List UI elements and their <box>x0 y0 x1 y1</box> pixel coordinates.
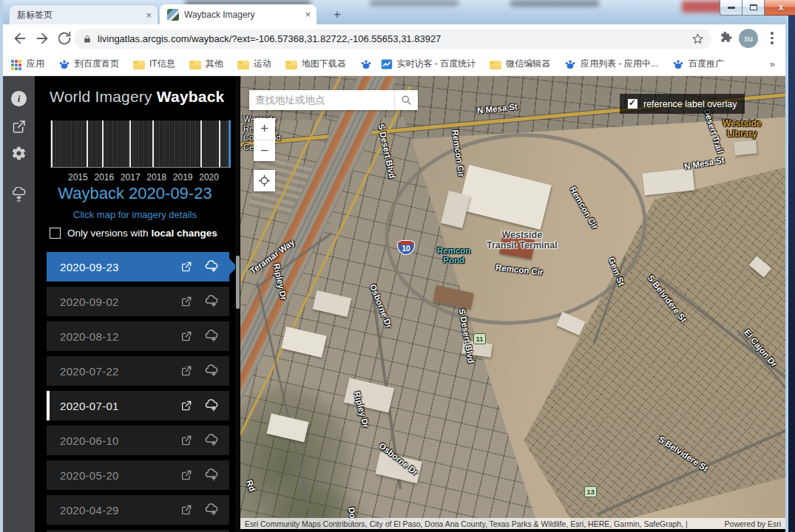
bookmark-other[interactable]: 其他 <box>189 58 223 70</box>
share-version-icon[interactable] <box>180 330 192 342</box>
version-item[interactable]: 2020-07-22 <box>47 356 229 386</box>
app-title: World Imagery Wayback <box>50 88 224 106</box>
add-to-cart-cloud-icon[interactable] <box>204 503 219 516</box>
wayback-panel: World Imagery Wayback 20152016 20172018 … <box>35 76 235 532</box>
bookmark-map-downloader[interactable]: 地图下载器 <box>285 58 346 70</box>
imagery-details-link[interactable]: Click map for imagery details <box>35 209 235 220</box>
gear-icon[interactable] <box>11 146 27 161</box>
map-label: Westside Transit Terminal <box>487 230 558 251</box>
version-item[interactable]: 2020-06-10 <box>47 426 229 455</box>
reference-overlay-toggle[interactable]: reference label overlay <box>620 94 745 114</box>
share-version-icon[interactable] <box>180 365 192 377</box>
version-date: 2020-05-20 <box>60 469 180 482</box>
map-label: N Mesa St <box>683 155 725 172</box>
share-version-icon[interactable] <box>180 504 192 516</box>
search-button[interactable] <box>394 90 418 110</box>
map-label: Remcon Pond <box>437 246 470 265</box>
add-to-cart-cloud-icon[interactable] <box>204 330 219 343</box>
bookmark-label: 应用列表 - 应用中... <box>581 58 658 70</box>
bookmark-label: IT信息 <box>149 58 175 70</box>
bookmark-baidu-promo[interactable]: 百度推广 <box>672 58 724 70</box>
close-button[interactable]: x <box>765 0 795 16</box>
cloud-layers-icon[interactable] <box>11 187 27 202</box>
tab-title: Wayback Imagery <box>184 10 300 20</box>
tab-wayback-imagery[interactable]: Wayback Imagery × <box>160 4 317 24</box>
version-item[interactable]: 2020-09-23 <box>47 252 229 282</box>
filter-checkbox[interactable] <box>50 228 61 239</box>
local-changes-filter[interactable]: Only versions withlocal changes <box>50 228 217 239</box>
panel-scrollbar[interactable] <box>235 76 240 532</box>
bookmark-it-info[interactable]: IT信息 <box>133 58 175 70</box>
building <box>556 312 585 335</box>
filter-label: Only versions with <box>67 228 149 239</box>
share-version-icon[interactable] <box>180 296 192 307</box>
minimize-icon <box>728 7 735 9</box>
version-item[interactable]: 2020-09-02 <box>47 287 229 316</box>
add-to-cart-cloud-icon[interactable] <box>204 295 219 308</box>
add-to-cart-cloud-icon[interactable] <box>204 434 219 447</box>
tab-close-icon[interactable]: × <box>305 9 311 20</box>
bookmarks-overflow-chevron[interactable]: » <box>770 58 775 69</box>
window-bottom-edge <box>240 529 785 532</box>
tab-new-tab-page[interactable]: 新标签页 × <box>9 4 158 24</box>
browser-menu-icon[interactable] <box>771 32 774 45</box>
version-list: 2020-09-23 2020-09-02 2020-08-12 2020-07… <box>47 252 229 532</box>
bookmark-baidu[interactable] <box>360 58 372 70</box>
forward-icon[interactable] <box>34 30 50 47</box>
attribution-text: Esri Community Maps Contributors, City o… <box>245 519 688 528</box>
version-date: 2020-07-22 <box>60 365 180 378</box>
lock-icon <box>83 34 92 44</box>
minimize-button[interactable] <box>720 0 742 16</box>
version-item[interactable]: 2020-08-12 <box>47 321 229 351</box>
add-to-cart-cloud-icon[interactable] <box>204 399 219 412</box>
share-version-icon[interactable] <box>180 400 192 412</box>
maximize-button[interactable] <box>742 0 765 16</box>
zoom-in-button[interactable]: + <box>254 118 275 140</box>
reload-icon[interactable] <box>56 30 72 47</box>
bookmark-baidu-stats[interactable]: 实时访客 - 百度统计 <box>381 58 476 70</box>
profile-avatar[interactable]: su <box>739 29 758 48</box>
search-icon <box>401 95 412 106</box>
version-timeline-barcode[interactable] <box>50 120 231 168</box>
share-version-icon[interactable] <box>180 469 192 481</box>
baidu-paw-icon <box>58 58 70 70</box>
map-canvas[interactable]: Westside Regional Command Center N Mesa … <box>240 76 785 532</box>
add-to-cart-cloud-icon[interactable] <box>204 468 219 482</box>
route-11-shield: 11 <box>473 333 486 344</box>
version-item[interactable]: 2020-05-20 <box>47 460 229 490</box>
share-version-icon[interactable] <box>180 434 192 446</box>
desktop-blur-shape <box>370 0 459 6</box>
bookmark-baidu-home[interactable]: 到百度首页 <box>58 58 119 70</box>
chart-icon <box>381 58 393 70</box>
map-label: Westside Library <box>723 119 761 140</box>
bookmark-label: 应用 <box>27 58 44 70</box>
bookmark-apps[interactable]: 应用 <box>10 58 44 70</box>
share-version-icon[interactable] <box>180 261 192 273</box>
folder-icon <box>189 61 201 69</box>
bookmark-wechat-editor[interactable]: 微信编辑器 <box>490 58 550 70</box>
back-icon[interactable] <box>12 30 28 47</box>
bookmarks-bar: 应用 到百度首页 IT信息 其他 运动 地图下载器 实时访客 - 百度统计 微信… <box>3 52 785 76</box>
bookmark-star-icon[interactable] <box>691 33 704 45</box>
address-bar[interactable]: livingatlas.arcgis.com/wayback/?ext=-106… <box>74 29 711 49</box>
bookmark-app-list[interactable]: 应用列表 - 应用中... <box>564 58 658 70</box>
scrollbar-thumb[interactable] <box>236 256 240 309</box>
zoom-out-button[interactable]: − <box>254 140 275 161</box>
desktop-blur-shape <box>510 0 599 7</box>
tab-close-icon[interactable]: × <box>146 10 152 21</box>
folder-icon <box>285 61 297 69</box>
bookmark-sports[interactable]: 运动 <box>237 58 271 70</box>
version-item[interactable]: 2020-04-29 <box>47 495 229 525</box>
bookmark-label: 地图下载器 <box>302 58 346 70</box>
search-input[interactable] <box>249 90 394 110</box>
version-item-local-change[interactable]: 2020-07-01 <box>47 391 229 420</box>
add-to-cart-cloud-icon[interactable] <box>204 364 219 378</box>
add-to-cart-cloud-icon[interactable] <box>204 260 219 273</box>
checkbox-checked-icon[interactable] <box>628 99 637 109</box>
extensions-puzzle-icon[interactable] <box>720 31 734 44</box>
new-tab-button[interactable]: + <box>328 7 347 23</box>
locate-button[interactable] <box>254 170 275 191</box>
app-sidebar: i <box>3 76 35 532</box>
info-icon[interactable]: i <box>11 91 27 106</box>
share-icon[interactable] <box>11 119 27 134</box>
